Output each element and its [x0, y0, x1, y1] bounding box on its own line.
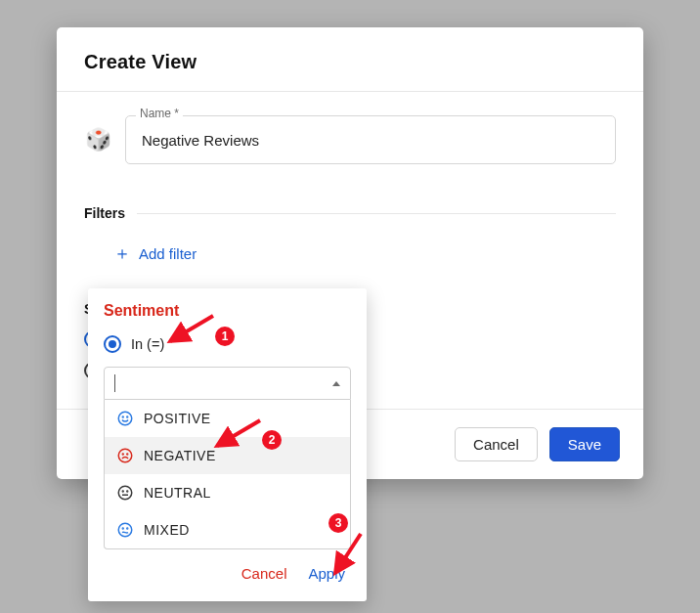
annotation-arrow-1 [162, 310, 221, 349]
face-meh-icon [116, 521, 134, 539]
svg-point-1 [122, 416, 123, 417]
option-label: POSITIVE [144, 411, 211, 426]
modal-cancel-button[interactable]: Cancel [455, 427, 538, 461]
face-smile-icon [116, 410, 134, 427]
plus-icon: ＋ [113, 244, 131, 262]
sentiment-combo-input[interactable] [104, 367, 351, 400]
operator-label: In (=) [131, 336, 164, 352]
svg-point-5 [127, 454, 128, 455]
face-neutral-icon [116, 484, 134, 502]
name-input[interactable] [140, 131, 601, 150]
option-label: NEUTRAL [144, 485, 211, 501]
svg-point-3 [118, 449, 132, 462]
dice-icon[interactable]: 🎲 [84, 126, 111, 153]
caret-up-icon [332, 381, 340, 386]
option-label: MIXED [144, 522, 190, 538]
modal-title: Create View [84, 51, 616, 73]
face-frown-icon [116, 447, 134, 464]
svg-point-8 [127, 491, 128, 492]
filters-heading-label: Filters [84, 205, 125, 221]
option-neutral[interactable]: NEUTRAL [105, 474, 350, 511]
option-mixed[interactable]: MIXED [105, 511, 350, 548]
svg-point-2 [127, 416, 128, 417]
name-row: 🎲 Name * [84, 115, 616, 164]
divider [137, 213, 616, 214]
svg-point-7 [122, 491, 123, 492]
modal-save-button[interactable]: Save [549, 427, 620, 461]
svg-point-6 [118, 486, 132, 500]
svg-point-4 [122, 454, 123, 455]
annotation-arrow-3 [329, 530, 369, 579]
add-filter-label: Add filter [139, 245, 197, 262]
name-field[interactable]: Name * [125, 115, 616, 164]
svg-point-10 [122, 528, 123, 529]
modal-header: Create View [57, 27, 643, 92]
popover-actions: Cancel Apply [104, 549, 351, 588]
add-filter-button[interactable]: ＋ Add filter [84, 241, 202, 266]
svg-point-9 [118, 523, 132, 537]
annotation-arrow-2 [209, 415, 268, 454]
svg-point-11 [127, 528, 128, 529]
svg-point-0 [118, 412, 132, 425]
option-label: NEGATIVE [144, 448, 216, 463]
text-cursor [114, 374, 115, 392]
filters-heading: Filters [84, 205, 616, 221]
radio-checked-icon [104, 335, 121, 353]
popover-cancel-button[interactable]: Cancel [241, 565, 287, 582]
name-field-label: Name * [136, 107, 183, 120]
operator-radio-row[interactable]: In (=) [104, 335, 351, 353]
popover-title: Sentiment [104, 302, 351, 320]
